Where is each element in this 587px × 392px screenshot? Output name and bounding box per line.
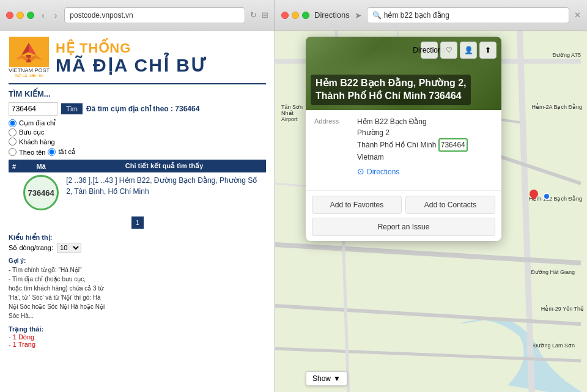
expand-button[interactable]: ⊞ (262, 10, 268, 20)
code-badge: 736464 (23, 175, 59, 210)
detail-cell: [2 ..36 ],[1 ..43 ] Hẻm B22, Đường Bạch … (62, 172, 266, 213)
contact-icon-button[interactable]: 👤 (460, 42, 477, 59)
radio-group: Cụm địa chỉ Bưu cục Khách hàng (9, 119, 266, 146)
rows-label: Số dòng/trang: (9, 244, 53, 252)
vp-title-top: HỆ THỐNG (56, 40, 266, 56)
url-bar[interactable]: postcode.vnpost.vn (64, 7, 245, 23)
browser-window: ‹ › postcode.vnpost.vn ↻ ⊞ (0, 0, 275, 392)
url-text: postcode.vnpost.vn (70, 11, 133, 20)
address-line2: Phường 2 (357, 127, 468, 138)
maps-chrome: Directions ➤ 🔍 hẻm b22 bạch đằng ✕ (275, 0, 587, 31)
directions-button[interactable]: Directions (421, 42, 438, 59)
theo-ten-radio[interactable] (9, 148, 17, 156)
info-buttons: Add to Favorites Add to Contacts Report … (306, 190, 501, 241)
radio-cum-dia-chi-input[interactable] (9, 119, 17, 127)
address-line1: Hẻm B22 Bạch Đằng (357, 116, 468, 127)
vn-post-page: VIETNAM POST Gửi cả niềm tin HỆ THỐNG MÃ… (0, 31, 275, 354)
info-panel-actions: Directions ♡ 👤 ⬆ (418, 39, 499, 61)
share-icon-button[interactable]: ⬆ (479, 42, 497, 59)
display-type-row: Kiểu hiển thị: (9, 234, 266, 242)
address-line3: Thành Phố Hồ Chí Minh 736464 (357, 138, 468, 152)
detail-text: [2 ..36 ],[1 ..43 ] Hẻm B22, Đường Bạch … (66, 175, 262, 197)
search-section: TÌM KIẾM... Tìm Đã tìm cụm địa chỉ theo … (9, 89, 266, 348)
report-issue-button[interactable]: Report an Issue (312, 218, 495, 236)
suggestions-text: - Tìm chính từ gõ: "Hà Nội" - Tìm địa ch… (9, 267, 105, 319)
radio-khach-hang-input[interactable] (9, 138, 17, 146)
show-chevron-icon: ▼ (333, 374, 341, 383)
header-divider (9, 83, 266, 84)
rows-per-page-row: Số dòng/trang: 10 20 (9, 243, 266, 253)
address-postcode: 736464 (438, 138, 468, 152)
radio-khach-hang-label: Khách hàng (19, 138, 55, 146)
show-label: Show (312, 374, 331, 383)
map-label-a75: Đường A75 (552, 52, 581, 58)
status-label: Trạng thái: (9, 325, 266, 333)
maps-maximize-button[interactable] (302, 12, 309, 19)
table-row: 736464 [2 ..36 ],[1 ..43 ] Hẻm B22, Đườn… (9, 172, 266, 213)
person-icon: 👤 (464, 46, 473, 54)
close-button[interactable] (6, 12, 13, 19)
maps-close-button[interactable] (281, 12, 289, 19)
map-label-lam-son: Đường Lam Sơn (533, 342, 575, 349)
add-contacts-button[interactable]: Add to Contacts (405, 196, 495, 214)
radio-buu-cuc: Bưu cục (9, 128, 266, 136)
maps-search-bar[interactable]: 🔍 hẻm b22 bạch đằng (367, 7, 569, 23)
directions-link-text: Directions (367, 166, 399, 177)
vp-company-name: VIETNAM POST (9, 67, 50, 73)
vp-logo-image (9, 37, 49, 67)
maps-traffic-lights (281, 12, 309, 19)
forward-button[interactable]: › (52, 9, 60, 21)
vp-title-area: HỆ THỐNG MÃ ĐỊA CHỈ BƯ (56, 40, 266, 75)
satellite-title: Hẻm B22 Bạch Đằng, Phường 2,Thành Phố Hồ… (311, 75, 471, 105)
search-input[interactable] (9, 102, 57, 116)
page-num[interactable]: 1 (131, 216, 144, 229)
location-button[interactable]: ➤ (355, 10, 362, 20)
favorite-icon-button[interactable]: ♡ (440, 42, 457, 59)
status-section: Trạng thái: - 1 Dòng - 1 Trang (9, 325, 266, 348)
col-detail: Chi tiết kết quả tìm thấy (62, 160, 266, 172)
display-options: Kiểu hiển thị: Số dòng/trang: 10 20 (9, 234, 266, 253)
vp-header: VIETNAM POST Gửi cả niềm tin HỆ THỐNG MÃ… (9, 37, 266, 78)
show-button[interactable]: Show ▼ (306, 371, 347, 386)
maps-title: Directions (314, 10, 350, 20)
maps-minimize-button[interactable] (292, 12, 299, 19)
maps-content: Đường A75 Hẻm-2A Bạch Đằng Hẻm-112 Bạch … (275, 31, 587, 392)
directions-link[interactable]: ⊙ Directions (357, 165, 468, 178)
vp-title-main: MÃ ĐỊA CHỈ BƯ (56, 56, 266, 75)
share-icon: ⬆ (485, 46, 491, 54)
code-cell: 736464 (20, 172, 62, 213)
rows-select[interactable]: 10 20 (57, 243, 81, 253)
primary-buttons-row: Add to Favorites Add to Contacts (312, 196, 495, 214)
suggestions: Gợi ý: - Tìm chính từ gõ: "Hà Nội" - Tìm… (9, 256, 266, 320)
address-label: Address (314, 116, 351, 178)
tat-ca-label: tất cả (58, 148, 76, 156)
maps-search-text: hẻm b22 bạch đằng (384, 11, 449, 20)
radio-buu-cuc-input[interactable] (9, 128, 17, 136)
map-pin-blue (543, 193, 550, 200)
map-label-hem2a: Hẻm-2A Bạch Đằng (531, 104, 582, 110)
search-row: Tìm Đã tìm cụm địa chỉ theo : 736464 (9, 102, 266, 116)
address-line3-text: Thành Phố Hồ Chí Minh (357, 141, 436, 149)
directions-arrow-icon: ⊙ (357, 165, 364, 178)
maps-window: Directions ➤ 🔍 hẻm b22 bạch đằng ✕ (275, 0, 587, 392)
add-favorites-button[interactable]: Add to Favorites (312, 196, 402, 214)
map-label-yen-the: Hẻm-29 Yên Thế (541, 306, 584, 312)
back-button[interactable]: ‹ (39, 9, 47, 21)
vp-slogan: Gửi cả niềm tin (15, 73, 43, 78)
result-code: 736464 (175, 105, 199, 113)
info-panel-header: Hẻm B22 Bạch Đằng, Phường 2,Thành Phố Hồ… (306, 37, 501, 110)
search-button[interactable]: Tìm (61, 103, 83, 114)
tat-ca-radio[interactable] (48, 148, 56, 156)
radio-cum-dia-chi: Cụm địa chỉ (9, 119, 266, 127)
theo-ten-row: Theo tên tất cả (9, 148, 266, 156)
reload-button[interactable]: ↻ (250, 10, 257, 20)
suggestions-label: Gợi ý: (9, 257, 26, 264)
maps-clear-button[interactable]: ✕ (574, 10, 581, 20)
radio-cum-dia-chi-label: Cụm địa chỉ (19, 119, 56, 127)
result-label: Đã tìm cụm địa chỉ theo : (86, 105, 173, 113)
maximize-button[interactable] (27, 12, 34, 19)
minimize-button[interactable] (17, 12, 24, 19)
info-address-row: Address Hẻm B22 Bạch Đằng Phường 2 Thành… (314, 116, 493, 178)
theo-ten-label: Theo tên (19, 149, 45, 156)
map-label-hat-giang: Đường Hát Giang (531, 269, 575, 275)
